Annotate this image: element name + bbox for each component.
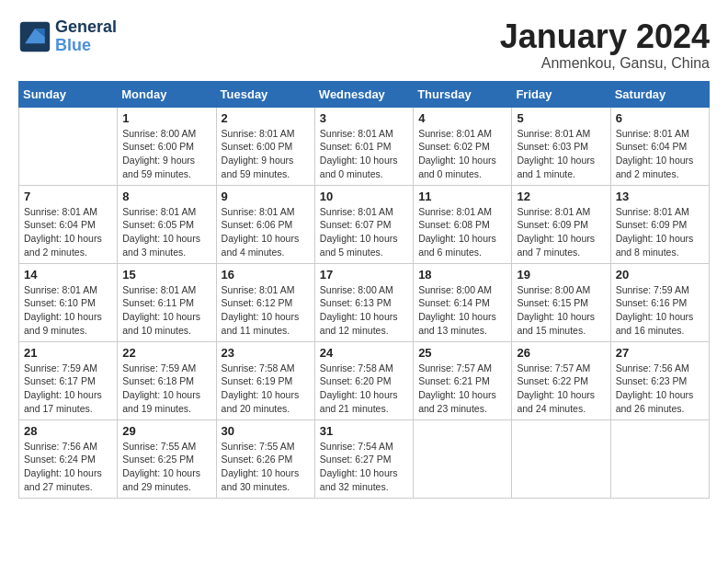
day-number: 6 (616, 111, 704, 125)
day-cell: 7Sunrise: 8:01 AM Sunset: 6:04 PM Daylig… (19, 185, 118, 263)
day-cell: 30Sunrise: 7:55 AM Sunset: 6:26 PM Dayli… (216, 419, 314, 498)
header-thursday: Thursday (414, 81, 512, 107)
day-cell (512, 419, 610, 498)
day-cell: 1Sunrise: 8:00 AM Sunset: 6:00 PM Daylig… (118, 107, 216, 185)
week-row-5: 28Sunrise: 7:56 AM Sunset: 6:24 PM Dayli… (19, 419, 710, 498)
day-info: Sunrise: 7:55 AM Sunset: 6:25 PM Dayligh… (122, 440, 210, 494)
day-info: Sunrise: 8:01 AM Sunset: 6:04 PM Dayligh… (24, 205, 112, 259)
header-monday: Monday (118, 81, 216, 107)
day-info: Sunrise: 7:57 AM Sunset: 6:22 PM Dayligh… (517, 362, 605, 416)
day-info: Sunrise: 8:01 AM Sunset: 6:00 PM Dayligh… (222, 127, 310, 181)
day-info: Sunrise: 7:54 AM Sunset: 6:27 PM Dayligh… (320, 440, 408, 494)
day-info: Sunrise: 8:01 AM Sunset: 6:10 PM Dayligh… (24, 283, 112, 338)
day-number: 22 (122, 346, 210, 360)
day-info: Sunrise: 8:01 AM Sunset: 6:08 PM Dayligh… (418, 205, 506, 259)
day-cell: 2Sunrise: 8:01 AM Sunset: 6:00 PM Daylig… (216, 107, 314, 185)
day-cell: 27Sunrise: 7:56 AM Sunset: 6:23 PM Dayli… (610, 341, 709, 419)
day-info: Sunrise: 8:01 AM Sunset: 6:05 PM Dayligh… (122, 205, 210, 259)
day-number: 31 (320, 424, 408, 438)
day-cell: 28Sunrise: 7:56 AM Sunset: 6:24 PM Dayli… (19, 419, 118, 498)
day-info: Sunrise: 8:01 AM Sunset: 6:03 PM Dayligh… (517, 127, 605, 181)
week-row-4: 21Sunrise: 7:59 AM Sunset: 6:17 PM Dayli… (19, 341, 710, 419)
day-cell (610, 419, 709, 498)
day-cell: 9Sunrise: 8:01 AM Sunset: 6:06 PM Daylig… (216, 185, 314, 263)
day-cell: 25Sunrise: 7:57 AM Sunset: 6:21 PM Dayli… (414, 341, 512, 419)
day-number: 25 (418, 346, 506, 360)
header-tuesday: Tuesday (216, 81, 314, 107)
day-number: 9 (222, 190, 310, 203)
day-cell: 17Sunrise: 8:00 AM Sunset: 6:13 PM Dayli… (314, 263, 413, 341)
calendar-title: January 2024 (500, 18, 710, 55)
day-cell: 10Sunrise: 8:01 AM Sunset: 6:07 PM Dayli… (314, 185, 413, 263)
day-info: Sunrise: 8:00 AM Sunset: 6:15 PM Dayligh… (517, 283, 605, 338)
day-cell: 13Sunrise: 8:01 AM Sunset: 6:09 PM Dayli… (610, 185, 709, 263)
header-saturday: Saturday (610, 81, 709, 107)
day-cell: 19Sunrise: 8:00 AM Sunset: 6:15 PM Dayli… (512, 263, 610, 341)
day-number: 16 (222, 268, 310, 282)
day-info: Sunrise: 7:58 AM Sunset: 6:19 PM Dayligh… (222, 362, 310, 416)
day-number: 19 (517, 268, 605, 282)
day-cell: 15Sunrise: 8:01 AM Sunset: 6:11 PM Dayli… (118, 263, 216, 341)
day-info: Sunrise: 8:01 AM Sunset: 6:01 PM Dayligh… (320, 127, 408, 181)
day-number: 27 (616, 346, 704, 360)
header-friday: Friday (512, 81, 610, 107)
day-info: Sunrise: 8:01 AM Sunset: 6:09 PM Dayligh… (517, 205, 605, 259)
page-header: General Blue January 2024 Anmenkou, Gans… (18, 18, 710, 72)
day-info: Sunrise: 7:59 AM Sunset: 6:17 PM Dayligh… (24, 362, 112, 416)
day-info: Sunrise: 7:56 AM Sunset: 6:24 PM Dayligh… (24, 440, 112, 494)
day-number: 26 (517, 346, 605, 360)
day-cell: 16Sunrise: 8:01 AM Sunset: 6:12 PM Dayli… (216, 263, 314, 341)
day-info: Sunrise: 7:57 AM Sunset: 6:21 PM Dayligh… (418, 362, 506, 416)
day-number: 30 (222, 424, 310, 438)
day-info: Sunrise: 7:56 AM Sunset: 6:23 PM Dayligh… (616, 362, 704, 416)
title-block: January 2024 Anmenkou, Gansu, China (500, 18, 710, 72)
day-number: 17 (320, 268, 408, 282)
day-info: Sunrise: 7:59 AM Sunset: 6:18 PM Dayligh… (122, 362, 210, 416)
day-number: 10 (320, 190, 408, 203)
day-cell: 31Sunrise: 7:54 AM Sunset: 6:27 PM Dayli… (314, 419, 413, 498)
day-info: Sunrise: 8:01 AM Sunset: 6:07 PM Dayligh… (320, 205, 408, 259)
day-cell: 22Sunrise: 7:59 AM Sunset: 6:18 PM Dayli… (118, 341, 216, 419)
day-number: 15 (122, 268, 210, 282)
day-number: 29 (122, 424, 210, 438)
calendar-header-row: SundayMondayTuesdayWednesdayThursdayFrid… (19, 81, 710, 107)
day-info: Sunrise: 8:01 AM Sunset: 6:09 PM Dayligh… (616, 205, 704, 259)
day-cell: 6Sunrise: 8:01 AM Sunset: 6:04 PM Daylig… (610, 107, 709, 185)
calendar-table: SundayMondayTuesdayWednesdayThursdayFrid… (18, 81, 710, 499)
logo: General Blue (18, 18, 117, 55)
day-number: 1 (122, 111, 210, 125)
logo-icon (18, 20, 51, 53)
day-cell: 3Sunrise: 8:01 AM Sunset: 6:01 PM Daylig… (314, 107, 413, 185)
day-number: 20 (616, 268, 704, 282)
calendar-body: 1Sunrise: 8:00 AM Sunset: 6:00 PM Daylig… (19, 107, 710, 498)
day-number: 8 (122, 190, 210, 203)
logo-text-line1: General (55, 18, 117, 37)
day-info: Sunrise: 8:00 AM Sunset: 6:13 PM Dayligh… (320, 283, 408, 338)
day-number: 28 (24, 424, 112, 438)
day-number: 2 (222, 111, 310, 125)
day-number: 23 (222, 346, 310, 360)
day-info: Sunrise: 7:55 AM Sunset: 6:26 PM Dayligh… (222, 440, 310, 494)
week-row-3: 14Sunrise: 8:01 AM Sunset: 6:10 PM Dayli… (19, 263, 710, 341)
day-cell: 11Sunrise: 8:01 AM Sunset: 6:08 PM Dayli… (414, 185, 512, 263)
day-cell: 24Sunrise: 7:58 AM Sunset: 6:20 PM Dayli… (314, 341, 413, 419)
day-number: 12 (517, 190, 605, 203)
day-number: 14 (24, 268, 112, 282)
day-cell: 12Sunrise: 8:01 AM Sunset: 6:09 PM Dayli… (512, 185, 610, 263)
day-number: 7 (24, 190, 112, 203)
day-info: Sunrise: 8:00 AM Sunset: 6:00 PM Dayligh… (122, 127, 210, 181)
day-number: 18 (418, 268, 506, 282)
day-info: Sunrise: 8:01 AM Sunset: 6:11 PM Dayligh… (122, 283, 210, 338)
day-cell (414, 419, 512, 498)
day-cell (19, 107, 118, 185)
day-cell: 8Sunrise: 8:01 AM Sunset: 6:05 PM Daylig… (118, 185, 216, 263)
day-number: 5 (517, 111, 605, 125)
day-cell: 29Sunrise: 7:55 AM Sunset: 6:25 PM Dayli… (118, 419, 216, 498)
day-info: Sunrise: 7:59 AM Sunset: 6:16 PM Dayligh… (616, 283, 704, 338)
day-info: Sunrise: 8:01 AM Sunset: 6:04 PM Dayligh… (616, 127, 704, 181)
day-number: 21 (24, 346, 112, 360)
day-cell: 21Sunrise: 7:59 AM Sunset: 6:17 PM Dayli… (19, 341, 118, 419)
day-cell: 5Sunrise: 8:01 AM Sunset: 6:03 PM Daylig… (512, 107, 610, 185)
day-info: Sunrise: 8:01 AM Sunset: 6:06 PM Dayligh… (222, 205, 310, 259)
day-cell: 20Sunrise: 7:59 AM Sunset: 6:16 PM Dayli… (610, 263, 709, 341)
